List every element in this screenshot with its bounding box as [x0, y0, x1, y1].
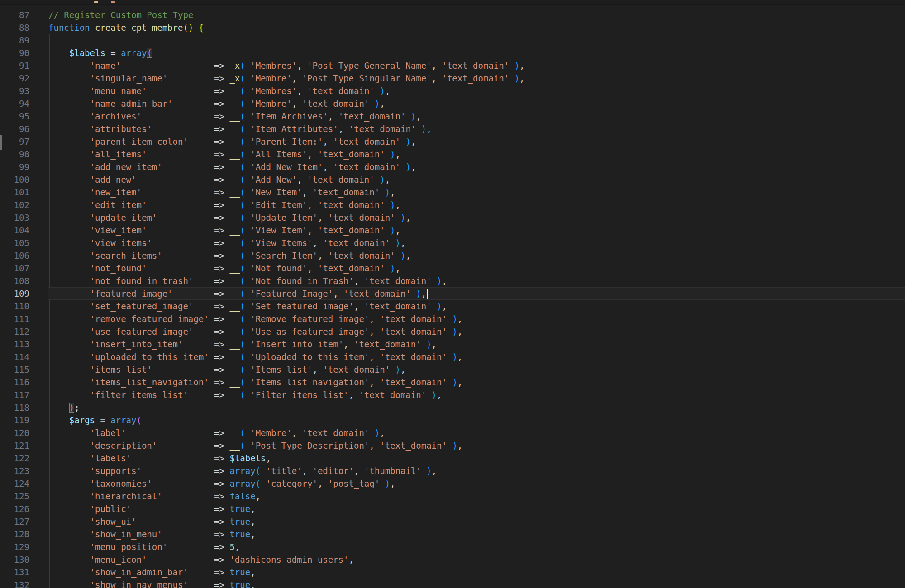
line-number[interactable]: 103	[0, 211, 29, 224]
code-line[interactable]: 114 'uploaded_to_this_item' => __( 'Uplo…	[0, 351, 905, 363]
code-token: 'text_domain'	[338, 111, 406, 121]
line-number[interactable]: 92	[0, 72, 29, 85]
line-number[interactable]: 132	[0, 579, 29, 588]
line-number[interactable]: 108	[0, 275, 29, 287]
line-number[interactable]: 118	[0, 401, 29, 414]
code-line[interactable]: 102 'edit_item' => __( 'Edit Item', 'tex…	[0, 199, 905, 211]
code-line[interactable]: 101 'new_item' => __( 'New Item', 'text_…	[0, 186, 905, 199]
line-number[interactable]: 93	[0, 85, 29, 97]
line-number[interactable]: 125	[0, 490, 29, 503]
code-line[interactable]: 108 'not_found_in_trash' => __( 'Not fou…	[0, 275, 905, 287]
code-line[interactable]: 110 'set_featured_image' => __( 'Set fea…	[0, 300, 905, 313]
code-line[interactable]: 87// Register Custom Post Type	[0, 9, 905, 21]
code-line[interactable]: 131 'show_in_admin_bar' => true,	[0, 566, 905, 579]
code-line[interactable]: 90 $labels = array(	[0, 47, 905, 59]
line-number[interactable]: 98	[0, 148, 29, 161]
code-area[interactable]: 8687// Register Custom Post Type88functi…	[0, 0, 905, 588]
code-line[interactable]: 98 'all_items' => __( 'All Items', 'text…	[0, 148, 905, 161]
line-number[interactable]: 104	[0, 224, 29, 237]
line-number[interactable]: 89	[0, 34, 29, 47]
line-number[interactable]: 126	[0, 503, 29, 515]
line-number[interactable]: 122	[0, 452, 29, 465]
code-line[interactable]: 121 'description' => __( 'Post Type Desc…	[0, 439, 905, 452]
line-number[interactable]: 115	[0, 363, 29, 376]
line-number[interactable]: 91	[0, 59, 29, 72]
line-number[interactable]: 119	[0, 414, 29, 427]
code-line[interactable]: 127 'show_ui' => true,	[0, 515, 905, 528]
code-line[interactable]: 125 'hierarchical' => false,	[0, 490, 905, 503]
line-number[interactable]: 112	[0, 325, 29, 338]
code-line[interactable]: 116 'items_list_navigation' => __( 'Item…	[0, 376, 905, 389]
code-line[interactable]: 126 'public' => true,	[0, 503, 905, 515]
left-edge-scrollbar[interactable]	[0, 135, 2, 150]
line-number[interactable]: 95	[0, 110, 29, 123]
code-line[interactable]: 132 'show_in_nav_menus' => true,	[0, 579, 905, 588]
code-text: 'not_found' => __( 'Not found', 'text_do…	[48, 262, 400, 275]
line-number[interactable]: 94	[0, 97, 29, 110]
line-number[interactable]: 100	[0, 173, 29, 186]
code-line[interactable]: 88function create_cpt_membre() {	[0, 21, 905, 34]
line-number[interactable]: 121	[0, 439, 29, 452]
code-line[interactable]: 105 'view_items' => __( 'View Items', 't…	[0, 237, 905, 249]
code-line[interactable]: 112 'use_featured_image' => __( 'Use as …	[0, 325, 905, 338]
code-line[interactable]: 92 'singular_name' => _x( 'Membre', 'Pos…	[0, 72, 905, 85]
line-number[interactable]: 106	[0, 249, 29, 262]
line-number[interactable]: 102	[0, 199, 29, 211]
code-line[interactable]: 103 'update_item' => __( 'Update Item', …	[0, 211, 905, 224]
code-line[interactable]: 123 'supports' => array( 'title', 'edito…	[0, 465, 905, 477]
code-line[interactable]: 93 'menu_name' => __( 'Membres', 'text_d…	[0, 85, 905, 97]
line-number[interactable]: 96	[0, 123, 29, 135]
code-line[interactable]: 119 $args = array(	[0, 414, 905, 427]
code-line[interactable]: 104 'view_item' => __( 'View Item', 'tex…	[0, 224, 905, 237]
line-number[interactable]: 128	[0, 528, 29, 541]
code-line[interactable]: 91 'name' => _x( 'Membres', 'Post Type G…	[0, 59, 905, 72]
line-number[interactable]: 124	[0, 477, 29, 490]
line-number[interactable]: 123	[0, 465, 29, 477]
code-token: __	[229, 428, 240, 438]
line-number[interactable]: 114	[0, 351, 29, 363]
line-number[interactable]: 130	[0, 553, 29, 566]
line-number[interactable]: 110	[0, 300, 29, 313]
line-number[interactable]: 97	[0, 135, 29, 148]
line-number[interactable]: 131	[0, 566, 29, 579]
line-number[interactable]: 111	[0, 313, 29, 325]
line-number[interactable]: 107	[0, 262, 29, 275]
code-line[interactable]: 100 'add_new' => __( 'Add New', 'text_do…	[0, 173, 905, 186]
code-line[interactable]: 130 'menu_icon' => 'dashicons-admin-user…	[0, 553, 905, 566]
line-number[interactable]: 129	[0, 541, 29, 553]
line-number[interactable]: 101	[0, 186, 29, 199]
code-line[interactable]: 122 'labels' => $labels,	[0, 452, 905, 465]
line-number[interactable]: 90	[0, 47, 29, 59]
code-line[interactable]: 129 'menu_position' => 5,	[0, 541, 905, 553]
code-line[interactable]: 94 'name_admin_bar' => __( 'Membre', 'te…	[0, 97, 905, 110]
line-number[interactable]: 87	[0, 9, 29, 21]
code-line[interactable]: 120 'label' => __( 'Membre', 'text_domai…	[0, 427, 905, 439]
line-number[interactable]: 127	[0, 515, 29, 528]
code-token: 'not_found'	[90, 263, 147, 273]
whitespace	[152, 365, 214, 375]
line-number[interactable]: 105	[0, 237, 29, 249]
line-number[interactable]: 109	[0, 287, 29, 300]
line-number[interactable]: 88	[0, 21, 29, 34]
code-token: 'text_domain'	[380, 377, 447, 387]
code-line[interactable]: 96 'attributes' => __( 'Item Attributes'…	[0, 123, 905, 135]
code-line[interactable]: 118 );	[0, 401, 905, 414]
line-number[interactable]: 99	[0, 161, 29, 173]
code-line[interactable]: 106 'search_items' => __( 'Search Item',…	[0, 249, 905, 262]
code-line[interactable]: 97 'parent_item_colon' => __( 'Parent It…	[0, 135, 905, 148]
line-number[interactable]: 117	[0, 389, 29, 401]
code-line[interactable]: 128 'show_in_menu' => true,	[0, 528, 905, 541]
line-number[interactable]: 120	[0, 427, 29, 439]
code-line[interactable]: 117 'filter_items_list' => __( 'Filter i…	[0, 389, 905, 401]
code-line[interactable]: 111 'remove_featured_image' => __( 'Remo…	[0, 313, 905, 325]
code-line[interactable]: 99 'add_new_item' => __( 'Add New Item',…	[0, 161, 905, 173]
code-line[interactable]: 115 'items_list' => __( 'Items list', 't…	[0, 363, 905, 376]
code-line[interactable]: 109 'featured_image' => __( 'Featured Im…	[0, 287, 905, 300]
code-line[interactable]: 107 'not_found' => __( 'Not found', 'tex…	[0, 262, 905, 275]
code-line[interactable]: 124 'taxonomies' => array( 'category', '…	[0, 477, 905, 490]
line-number[interactable]: 116	[0, 376, 29, 389]
line-number[interactable]: 113	[0, 338, 29, 351]
code-line[interactable]: 113 'insert_into_item' => __( 'Insert in…	[0, 338, 905, 351]
code-line[interactable]: 95 'archives' => __( 'Item Archives', 't…	[0, 110, 905, 123]
code-line[interactable]: 89	[0, 34, 905, 47]
